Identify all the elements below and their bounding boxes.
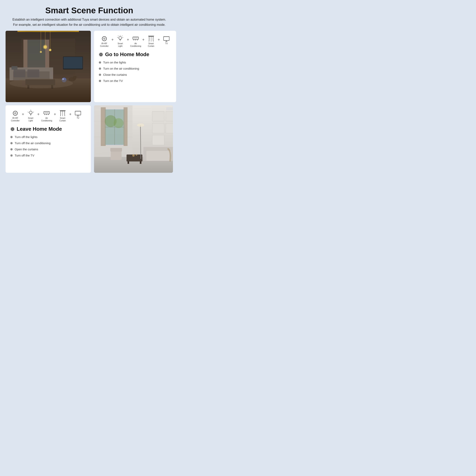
svg-rect-51 [148,36,154,36]
go-home-action-3: Close the curtains [99,73,171,76]
smart-light-label-top: SmartLight [118,42,123,47]
plus-3: + [142,37,145,42]
ir-rf-icon [101,35,108,42]
mode-dot-go-home [99,52,103,57]
svg-rect-26 [64,57,83,69]
svg-line-61 [33,112,34,113]
svg-rect-21 [12,66,17,70]
leave-home-actions: Turn off the lights Turn off the air con… [10,135,86,157]
svg-rect-19 [14,69,25,77]
device-smart-curtain-bottom: SmartCurtain [58,110,68,122]
smart-curtain-label-bottom: SmartCurtain [60,117,66,122]
svg-rect-6 [23,40,27,69]
device-ir-rf-bottom: IR+RFController [10,110,20,122]
air-conditioning-icon [132,35,139,42]
svg-rect-52 [164,37,169,41]
svg-line-41 [118,36,119,36]
device-smart-curtain: SmartCurtain [146,35,156,47]
svg-rect-20 [27,69,39,77]
svg-rect-100 [128,161,129,164]
svg-point-36 [119,37,121,39]
svg-rect-72 [75,111,81,115]
svg-point-14 [40,51,42,53]
leave-home-title: Leave Home Mode [17,126,62,132]
device-smart-light: SmartLight [115,35,125,47]
svg-point-35 [103,38,105,39]
svg-point-87 [114,118,124,128]
leave-home-panel: IR+RFController + SmartLight + [6,105,91,173]
ir-rf-label: IR+RF Controller [99,42,110,47]
room-image-top [6,31,91,102]
page-description: Establish an intelligent connection with… [12,17,167,27]
plus-2: + [127,37,129,42]
svg-rect-83 [101,107,106,146]
svg-rect-93 [166,107,173,110]
svg-line-60 [28,112,29,113]
device-tv-bottom: TV [73,110,83,119]
svg-point-107 [137,124,144,127]
svg-rect-43 [133,37,139,39]
go-home-action-1: Turn on the lights [99,61,171,64]
mode-dot-leave-home [10,127,15,131]
svg-point-10 [43,45,48,49]
svg-rect-91 [166,111,173,121]
air-cond-label-bottom: AirConditioning [41,117,52,122]
smart-light-label-bottom: SmartLight [28,117,33,122]
leave-home-action-2: Turn off the air conditioning [10,141,86,145]
leave-action-dot-2 [10,142,13,144]
svg-line-42 [122,36,122,36]
smart-curtain-label-top: SmartCurtain [148,42,154,47]
air-conditioning-icon-bottom [43,110,50,117]
leave-action-dot-1 [10,136,13,138]
smart-light-icon [117,35,124,42]
svg-point-104 [132,154,135,157]
svg-rect-89 [152,123,164,133]
smart-light-icon-bottom [27,110,34,117]
page-header: Smart Scene Function Establish an intell… [6,6,173,27]
device-ir-rf: IR+RF Controller [99,35,110,47]
svg-rect-75 [75,111,81,112]
svg-rect-92 [166,123,173,133]
plus-b3: + [54,111,56,117]
tv-label-bottom: TV [77,117,79,119]
go-home-heading: Go to Home Mode [99,51,171,57]
plus-b4: + [69,111,72,117]
plus-b1: + [22,111,24,117]
svg-point-105 [136,154,137,156]
page-title: Smart Scene Function [6,6,173,15]
go-home-panel: IR+RF Controller + SmartLight + [94,31,176,102]
tv-icon-bottom [74,110,82,117]
svg-line-39 [122,37,123,38]
tv-icon [163,35,170,42]
leave-home-action-4: Turn off the TV [10,154,86,157]
go-home-action-2: Turn on the air conditioning [99,67,171,70]
action-dot-2 [99,68,101,70]
svg-rect-101 [140,161,141,164]
svg-line-106 [140,125,141,159]
air-cond-label-top: AirConditioning [130,42,141,47]
smart-curtain-icon-bottom [59,110,66,117]
go-home-actions: Turn on the lights Turn on the air condi… [99,61,171,83]
svg-rect-103 [110,148,122,152]
svg-rect-2 [17,31,79,37]
top-section: IR+RF Controller + SmartLight + [6,31,173,102]
svg-point-12 [49,49,51,51]
svg-rect-18 [50,68,53,80]
svg-rect-98 [171,147,173,161]
svg-rect-34 [102,37,106,41]
svg-rect-90 [152,135,164,145]
device-smart-light-bottom: SmartLight [26,110,36,122]
leave-home-heading: Leave Home Mode [10,126,86,132]
device-row-top: IR+RF Controller + SmartLight + [99,35,171,47]
action-dot-3 [99,74,101,76]
leave-action-dot-4 [10,154,13,157]
device-air-conditioning: AirConditioning [131,35,141,47]
leave-home-action-3: Open the curtains [10,148,86,151]
svg-rect-88 [152,111,164,121]
leave-action-dot-3 [10,148,13,151]
ir-rf-label-bottom: IR+RFController [11,117,19,122]
svg-point-29 [75,76,77,78]
go-home-action-4: Turn on the TV [99,79,171,83]
smart-curtain-icon [148,35,155,42]
svg-point-57 [15,113,16,114]
